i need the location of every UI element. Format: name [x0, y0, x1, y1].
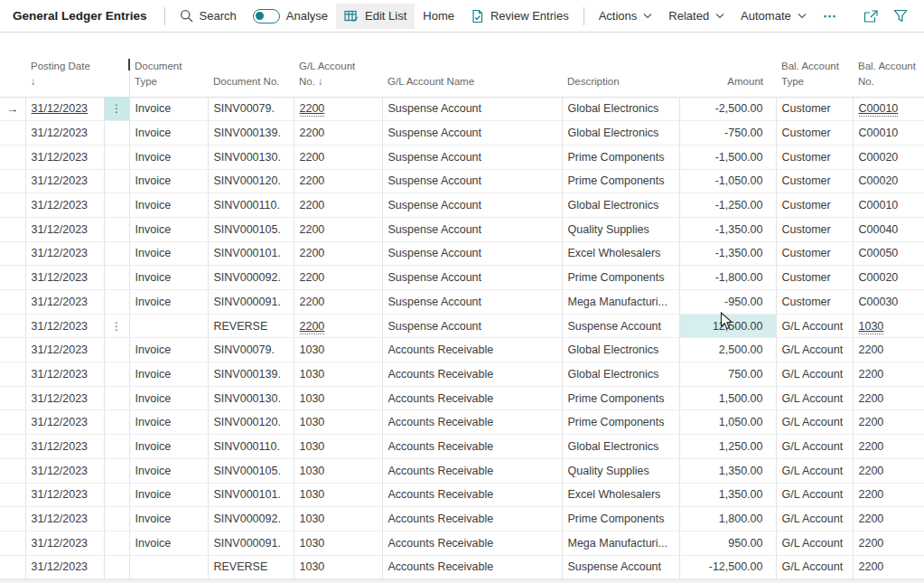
cell-gl-account-name[interactable]: Suspense Account	[382, 266, 562, 290]
cell-document-type[interactable]: Invoice	[129, 338, 208, 362]
cell-gl-account-no[interactable]: 2200	[294, 241, 382, 266]
cell-gl-account-no[interactable]: 1030	[294, 458, 382, 483]
cell-gl-account-name[interactable]: Suspense Account	[382, 145, 562, 169]
cell-bal-account-type[interactable]: Customer	[776, 290, 853, 315]
cell-document-no[interactable]: SINV000130.	[208, 145, 294, 169]
cell-description[interactable]: Suspense Account	[562, 555, 679, 579]
actions-menu-button[interactable]: Actions	[591, 4, 661, 28]
cell-posting-date[interactable]: 31/12/2023	[25, 290, 104, 315]
cell-bal-account-no[interactable]: 2200	[853, 483, 924, 507]
cell-gl-account-no[interactable]: 2200	[294, 266, 382, 290]
cell-bal-account-no[interactable]: 2200	[853, 435, 924, 459]
cell-bal-account-no[interactable]: 2200	[853, 362, 924, 387]
cell-posting-date[interactable]: 31/12/2023	[25, 531, 104, 555]
cell-description[interactable]: Excel Wholesalers	[562, 241, 679, 266]
cell-gl-account-name[interactable]: Accounts Receivable	[382, 435, 562, 459]
cell-bal-account-no[interactable]: 2200	[853, 410, 924, 435]
cell-gl-account-name[interactable]: Suspense Account	[382, 290, 562, 315]
cell-document-type[interactable]: Invoice	[129, 290, 208, 315]
cell-description[interactable]: Prime Components	[562, 386, 679, 410]
bottom-scroll-strip[interactable]	[0, 579, 924, 583]
cell-bal-account-type[interactable]: G/L Account	[776, 338, 853, 362]
cell-document-no[interactable]: SINV000139.	[208, 362, 294, 387]
cell-gl-account-no[interactable]: 1030	[294, 507, 382, 531]
cell-gl-account-name[interactable]: Suspense Account	[382, 241, 562, 266]
cell-gl-account-name[interactable]: Accounts Receivable	[382, 410, 562, 435]
cell-document-type[interactable]: Invoice	[129, 483, 208, 507]
cell-description[interactable]: Global Electronics	[562, 121, 679, 146]
cell-document-no[interactable]: SINV000120.	[208, 410, 294, 435]
cell-gl-account-no[interactable]: 1030	[294, 555, 382, 579]
related-menu-button[interactable]: Related	[660, 4, 733, 28]
home-button[interactable]: Home	[415, 4, 462, 28]
cell-bal-account-no[interactable]: C00020	[853, 169, 924, 193]
cell-posting-date[interactable]: 31/12/2023	[25, 483, 104, 507]
cell-amount[interactable]: -12,500.00	[679, 555, 776, 579]
cell-gl-account-name[interactable]: Suspense Account	[382, 169, 562, 193]
cell-document-type[interactable]: Invoice	[129, 435, 208, 459]
column-header-posting-date[interactable]: Posting Date↓	[25, 33, 104, 97]
cell-gl-account-name[interactable]: Suspense Account	[382, 121, 562, 146]
cell-bal-account-type[interactable]: Customer	[776, 266, 853, 290]
cell-posting-date[interactable]: 31/12/2023	[25, 410, 104, 435]
cell-gl-account-name[interactable]: Suspense Account	[382, 193, 562, 218]
cell-amount[interactable]: -2,500.00	[679, 97, 776, 121]
cell-document-no[interactable]: SINV000139.	[208, 121, 294, 146]
cell-amount[interactable]: -1,350.00	[679, 241, 776, 266]
cell-posting-date[interactable]: 31/12/2023	[25, 555, 104, 579]
cell-document-no[interactable]: SINV000120.	[208, 169, 294, 193]
cell-amount[interactable]: 950.00	[679, 531, 776, 555]
cell-bal-account-type[interactable]: Customer	[776, 193, 853, 218]
cell-gl-account-no[interactable]: 1030	[294, 362, 382, 387]
cell-bal-account-no[interactable]: C00010	[853, 121, 924, 146]
cell-amount[interactable]: 1,250.00	[679, 435, 776, 459]
cell-document-type[interactable]: Invoice	[129, 241, 208, 266]
cell-description[interactable]: Mega Manufacturi...	[562, 290, 679, 315]
cell-description[interactable]: Prime Components	[562, 410, 679, 435]
cell-document-no[interactable]: SINV000130.	[208, 386, 294, 410]
cell-document-type[interactable]: Invoice	[129, 217, 208, 241]
cell-bal-account-type[interactable]: Customer	[776, 121, 853, 146]
cell-bal-account-type[interactable]: Customer	[776, 241, 853, 266]
cell-amount[interactable]: 1,500.00	[679, 386, 776, 410]
cell-document-no[interactable]: SINV000105.	[208, 458, 294, 483]
share-button[interactable]	[855, 4, 886, 29]
cell-description[interactable]: Prime Components	[562, 266, 679, 290]
cell-bal-account-no[interactable]: C00010	[853, 97, 924, 121]
more-options-button[interactable]: ⋯	[815, 3, 845, 30]
cell-posting-date[interactable]: 31/12/2023	[25, 217, 104, 241]
cell-amount[interactable]: -950.00	[679, 290, 776, 315]
row-options-cell[interactable]: ⋮	[104, 97, 129, 121]
cell-bal-account-no[interactable]: C00020	[853, 266, 924, 290]
filter-icon-button[interactable]	[886, 4, 915, 28]
cell-posting-date[interactable]: 31/12/2023	[25, 169, 104, 193]
cell-document-no[interactable]: SINV000092.	[208, 266, 294, 290]
cell-bal-account-type[interactable]: G/L Account	[776, 386, 853, 410]
cell-document-no[interactable]: SINV000105.	[208, 217, 294, 241]
cell-gl-account-no[interactable]: 2200	[294, 290, 382, 315]
cell-amount[interactable]: -1,350.00	[679, 217, 776, 241]
cell-document-no[interactable]: REVERSE	[208, 314, 294, 338]
cell-document-type[interactable]: Invoice	[129, 531, 208, 555]
cell-gl-account-name[interactable]: Accounts Receivable	[382, 555, 562, 579]
cell-amount[interactable]: -1,800.00	[679, 266, 776, 290]
cell-amount[interactable]: -750.00	[679, 121, 776, 146]
cell-amount[interactable]: 1,350.00	[679, 458, 776, 483]
cell-document-no[interactable]: SINV000110.	[208, 435, 294, 459]
cell-posting-date[interactable]: 31/12/2023	[25, 386, 104, 410]
cell-document-type[interactable]: Invoice	[129, 145, 208, 169]
cell-document-type[interactable]: Invoice	[129, 193, 208, 218]
cell-gl-account-name[interactable]: Accounts Receivable	[382, 531, 562, 555]
column-header-gl-account-name[interactable]: G/L Account Name	[382, 33, 562, 97]
cell-bal-account-no[interactable]: 2200	[853, 386, 924, 410]
cell-document-type[interactable]: Invoice	[129, 410, 208, 435]
cell-bal-account-type[interactable]: G/L Account	[776, 362, 853, 387]
cell-gl-account-name[interactable]: Accounts Receivable	[382, 362, 562, 387]
cell-posting-date[interactable]: 31/12/2023	[25, 145, 104, 169]
cell-bal-account-type[interactable]: Customer	[776, 169, 853, 193]
cell-description[interactable]: Global Electronics	[562, 362, 679, 387]
cell-gl-account-no[interactable]: 1030	[294, 410, 382, 435]
cell-bal-account-type[interactable]: G/L Account	[776, 435, 853, 459]
cell-posting-date[interactable]: 31/12/2023	[25, 314, 104, 338]
cell-bal-account-type[interactable]: Customer	[776, 97, 853, 121]
